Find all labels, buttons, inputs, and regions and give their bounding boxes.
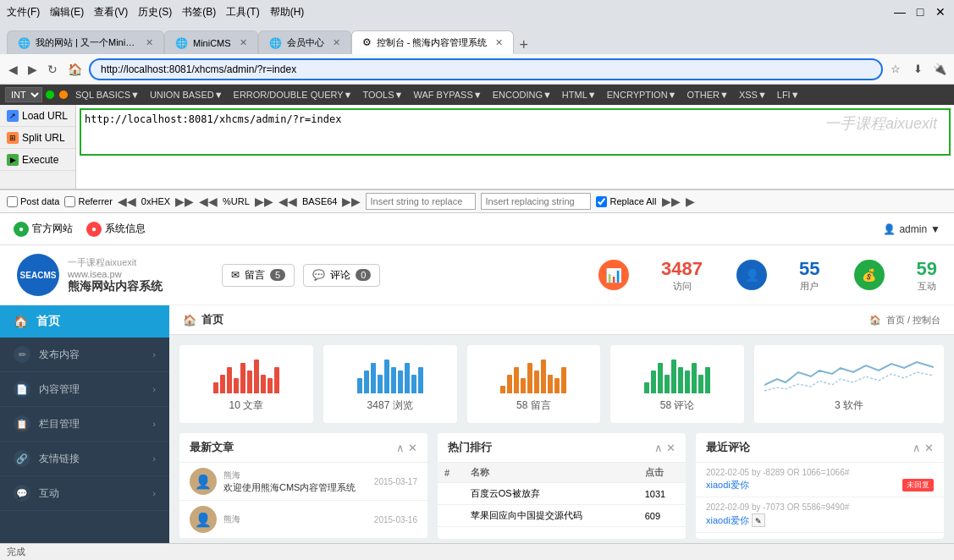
close-button[interactable]: ✕ [934,5,947,19]
menu-file[interactable]: 文件(F) [7,5,40,19]
hot-ranking-close[interactable]: ✕ [666,442,676,454]
hot-name-2[interactable]: 苹果回应向中国提交源代码 [464,505,638,527]
sidebar-item-interact[interactable]: 💬 互动 › [0,476,169,511]
article-title-1[interactable]: 欢迎使用熊海CMS内容管理系统 [223,481,374,494]
cms-main: 🏠 首页 ✏ 发布内容 › 📄 内容管理 › 📋 栏 [0,305,954,554]
tab-3[interactable]: 🌐 会员中心 ✕ [258,30,351,54]
hot-name-1[interactable]: 百度云OS被放弃 [464,483,638,505]
sidebar-item-columns[interactable]: 📋 栏目管理 › [0,407,169,442]
interact-chevron-icon: › [152,488,156,498]
comment-edit-icon-2[interactable]: ✎ [752,513,765,527]
bar [514,367,519,393]
tab-1[interactable]: 🌐 我的网站 | 又一个MiniCMS网... ✕ [7,30,164,54]
tab-3-close[interactable]: ✕ [333,37,340,48]
execute-button[interactable]: ▶ Execute [0,149,75,171]
sqli-menu-html[interactable]: HTML▼ [558,90,601,100]
comment-button[interactable]: 💬 评论 0 [303,264,380,287]
post-data-input[interactable] [7,196,18,207]
tab-2-close[interactable]: ✕ [240,37,247,48]
tab-1-close[interactable]: ✕ [146,37,153,48]
system-info-label: 系统信息 [105,222,146,236]
message-button[interactable]: ✉ 留言 5 [222,264,295,287]
admin-menu[interactable]: 👤 admin ▼ [883,223,940,235]
load-url-button[interactable]: ↗ Load URL [0,105,75,127]
chart-tile-views[interactable]: 3487 浏览 [323,345,457,423]
sqli-menu-sql-basics[interactable]: SQL BASICS▼ [71,90,144,100]
recent-articles-collapse[interactable]: ∧ [396,442,405,454]
sidebar-item-content[interactable]: 📄 内容管理 › [0,372,169,407]
menu-history[interactable]: 历史(S) [138,5,172,19]
chart-tile-articles[interactable]: 10 文章 [179,345,313,423]
bar [554,378,560,393]
recent-comments-collapse[interactable]: ∧ [913,442,921,454]
system-info-nav[interactable]: ● 系统信息 [86,222,146,237]
int-select[interactable]: INT [5,87,42,102]
post-data-checkbox[interactable]: Post data [7,196,59,207]
replace-all-input[interactable] [596,196,607,207]
cms-logo-icon: SEACMS [17,254,59,296]
insert-replacing-input[interactable] [481,193,591,210]
sqli-menu-tools[interactable]: TOOLS▼ [358,90,407,100]
menu-edit[interactable]: 编辑(E) [50,5,84,19]
chart-tile-software[interactable]: 3 软件 [754,345,944,423]
chart-tile-messages[interactable]: 58 留言 [467,345,601,423]
sqli-menu-encoding[interactable]: ENCODING▼ [488,90,556,100]
menu-tools[interactable]: 工具(T) [226,5,259,19]
extensions-icon[interactable]: 🔌 [930,60,949,79]
sidebar-item-links[interactable]: 🔗 友情链接 › [0,442,169,476]
article-row-1: 👤 熊海 欢迎使用熊海CMS内容管理系统 2015-03-17 [179,463,427,501]
sidebar-item-publish[interactable]: ✏ 发布内容 › [0,338,169,372]
new-tab-button[interactable]: + [514,36,533,54]
sqli-menu-waf-bypass[interactable]: WAF BYPASS▼ [409,90,486,100]
url-textarea[interactable]: http://localhost:8081/xhcms/admin/?r=ind… [80,108,951,156]
home-button[interactable]: 🏠 [64,61,85,78]
maximize-button[interactable]: □ [913,5,927,19]
sqli-menu-lfi[interactable]: LFI▼ [773,90,804,100]
replace-right-arrow: ▶▶ [662,195,681,208]
official-site-nav[interactable]: ● 官方网站 [14,222,73,237]
status-text: 完成 [7,546,25,558]
sqli-menu-other[interactable]: OTHER▼ [682,90,732,100]
replace-bar: Post data Referrer ◀◀ 0xHEX ▶▶ ◀◀ %URL ▶… [0,189,954,213]
hot-clicks-2: 609 [638,505,686,527]
referrer-input[interactable] [64,196,75,207]
sidebar-home[interactable]: 🏠 首页 [0,305,169,338]
minimize-button[interactable]: — [893,5,907,19]
address-input[interactable]: http://localhost:8081/xhcms/admin/?r=ind… [89,58,883,80]
bar [678,367,683,393]
refresh-button[interactable]: ↻ [44,61,61,78]
visits-label: 访问 [673,280,692,293]
sqli-menu-encryption[interactable]: ENCRYPTION▼ [603,90,681,100]
bookmark-icon[interactable]: ☆ [886,60,905,79]
hot-clicks-1: 1031 [638,483,686,505]
article-avatar-1: 👤 [190,468,217,495]
post-data-label: Post data [20,196,59,206]
insert-string-input[interactable] [366,193,476,210]
chart-tile-comments[interactable]: 58 评论 [610,345,744,423]
referrer-checkbox[interactable]: Referrer [64,196,112,207]
replace-all-checkbox[interactable]: Replace All [596,196,656,207]
menu-view[interactable]: 查看(V) [94,5,128,19]
download-icon[interactable]: ⬇ [908,60,927,79]
menu-bookmarks[interactable]: 书签(B) [182,5,216,19]
message-icon: ✉ [231,269,240,281]
sqli-menu-error-double-query[interactable]: ERROR/DOUBLE QUERY▼ [229,90,357,100]
cms-site-url: www.isea.pw [68,269,163,279]
menu-help[interactable]: 帮助(H) [270,5,305,19]
forward-button[interactable]: ▶ [25,61,41,78]
back-button[interactable]: ◀ [5,61,21,78]
hot-ranking-collapse[interactable]: ∧ [654,442,663,454]
tab-4-close[interactable]: ✕ [495,37,503,48]
bar [357,378,362,393]
sqli-menu-union-based[interactable]: UNION BASED▼ [146,90,228,100]
official-site-icon: ● [14,222,29,237]
replace-right-arrow2: ▶ [686,195,695,208]
load-url-icon: ↗ [7,110,19,122]
tab-4[interactable]: ⚙ 控制台 - 熊海内容管理系统 ✕ [351,30,515,54]
sidebar: 🏠 首页 ✏ 发布内容 › 📄 内容管理 › 📋 栏 [0,305,169,554]
recent-articles-close[interactable]: ✕ [408,442,417,454]
sqli-menu-xss[interactable]: XSS▼ [735,90,771,100]
split-url-button[interactable]: ⊞ Split URL [0,127,75,149]
recent-comments-close[interactable]: ✕ [924,442,934,454]
tab-2[interactable]: 🌐 MiniCMS ✕ [164,30,258,54]
